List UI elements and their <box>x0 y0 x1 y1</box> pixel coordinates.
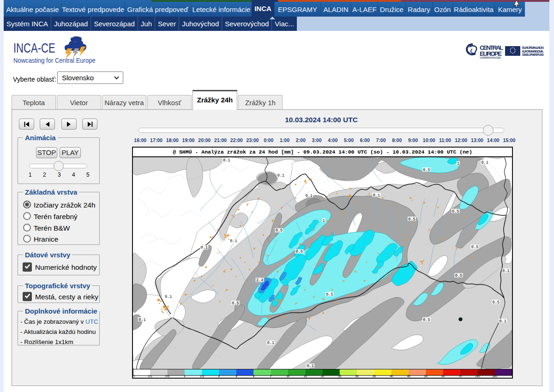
svg-text:1: 1 <box>457 161 459 166</box>
svg-text:0.1: 0.1 <box>499 319 506 324</box>
svg-text:0.5: 0.5 <box>232 301 239 306</box>
svg-text:0.5: 0.5 <box>471 245 478 249</box>
svg-text:0.1: 0.1 <box>138 318 145 322</box>
svg-text:0.1: 0.1 <box>230 239 237 244</box>
svg-text:0.1: 0.1 <box>305 194 312 198</box>
svg-text:EUROPEAN REGIONAL: EUROPEAN REGIONAL <box>522 50 544 53</box>
svg-text:0.1: 0.1 <box>373 193 380 198</box>
svg-text:0.5: 0.5 <box>296 249 303 254</box>
svg-text:0.5: 0.5 <box>452 209 459 214</box>
svg-text:0.5: 0.5 <box>423 318 430 322</box>
svg-text:0.5: 0.5 <box>492 300 499 305</box>
svg-text:0.5: 0.5 <box>408 217 415 222</box>
svg-text:0.1: 0.1 <box>502 269 509 273</box>
svg-text:0.5: 0.5 <box>455 273 462 278</box>
svg-text:0.5: 0.5 <box>423 168 430 172</box>
svg-text:DEVELOPMENT FUND: DEVELOPMENT FUND <box>522 53 544 56</box>
svg-text:0.1: 0.1 <box>165 295 172 299</box>
svg-text:0.1: 0.1 <box>307 364 313 368</box>
svg-text:2.4: 2.4 <box>256 278 263 283</box>
svg-text:0.1: 0.1 <box>267 341 274 345</box>
svg-text:0: 0 <box>133 374 135 378</box>
svg-text:1: 1 <box>322 219 325 223</box>
svg-text:0.1: 0.1 <box>482 160 488 165</box>
svg-text:0.5: 0.5 <box>326 292 333 297</box>
svg-text:0.1: 0.1 <box>201 245 208 250</box>
svg-text:0.1: 0.1 <box>277 173 284 178</box>
svg-text:0.1: 0.1 <box>223 158 230 163</box>
svg-text:EUROPEAN UNION: EUROPEAN UNION <box>522 46 544 50</box>
svg-text:0.5: 0.5 <box>276 228 283 233</box>
svg-text:COOPERATING FOR SUCCESS: COOPERATING FOR SUCCESS <box>480 57 501 59</box>
